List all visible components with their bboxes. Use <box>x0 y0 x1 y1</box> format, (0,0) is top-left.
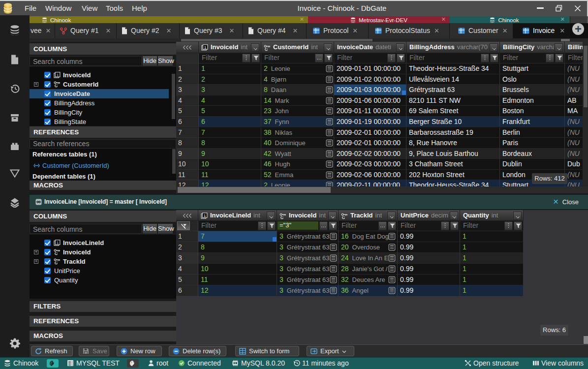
svg-text:1: 1 <box>57 73 59 77</box>
svg-text:1: 1 <box>57 241 59 245</box>
svg-text:1: 1 <box>204 214 206 218</box>
svg-text:1: 1 <box>204 45 207 50</box>
